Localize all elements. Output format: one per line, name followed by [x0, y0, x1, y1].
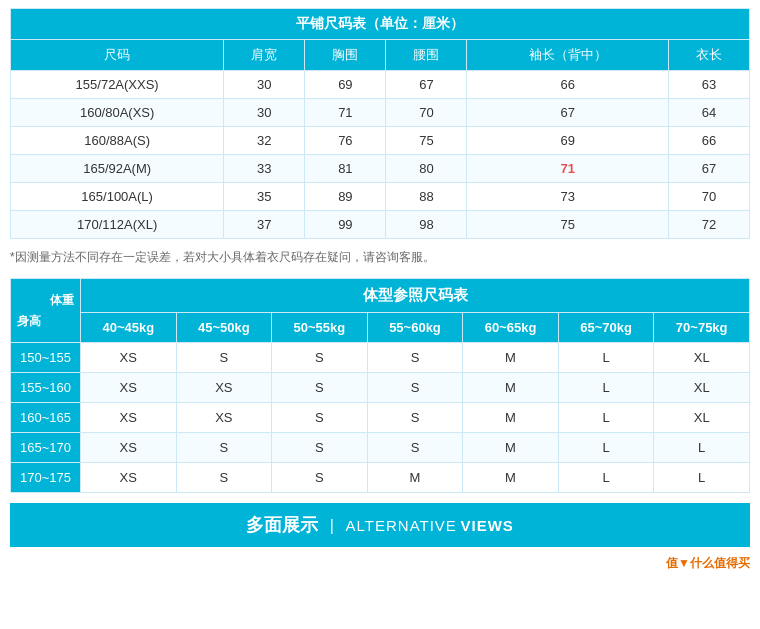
bt-weight-col: 45~50kg	[176, 313, 272, 343]
table-cell: 69	[467, 127, 668, 155]
weight-label: 体重	[15, 292, 76, 309]
table-cell: 98	[386, 211, 467, 239]
table-cell: L	[558, 343, 654, 373]
table-cell: XL	[654, 403, 750, 433]
body-type-section: 体重身高体型参照尺码表 40~45kg45~50kg50~55kg55~60kg…	[0, 274, 760, 499]
bt-weight-col: 50~55kg	[272, 313, 368, 343]
table-cell: 33	[224, 155, 305, 183]
table-cell: XL	[654, 373, 750, 403]
table-cell: XS	[81, 373, 177, 403]
table-cell: 66	[668, 127, 749, 155]
table-row: 165/92A(M)3381807167	[11, 155, 750, 183]
flat-table-body: 155/72A(XXS)3069676663160/80A(XS)3071706…	[11, 71, 750, 239]
site-logo: 值▼什么值得买	[666, 555, 750, 572]
table-cell: 88	[386, 183, 467, 211]
table-cell: 35	[224, 183, 305, 211]
table-cell: L	[558, 403, 654, 433]
bt-table-body: 150~155XSSSSMLXL155~160XSXSSSMLXL160~165…	[11, 343, 750, 493]
table-row: 160/80A(XS)3071706764	[11, 99, 750, 127]
footer-en-light: ALTERNATIVE	[346, 517, 457, 534]
table-cell: M	[463, 343, 559, 373]
table-cell: M	[463, 463, 559, 493]
table-cell: 76	[305, 127, 386, 155]
flat-col-header: 肩宽	[224, 40, 305, 71]
table-row: 155/72A(XXS)3069676663	[11, 71, 750, 99]
table-cell: L	[558, 463, 654, 493]
table-cell: XS	[176, 403, 272, 433]
table-cell: S	[272, 373, 368, 403]
table-cell: 30	[224, 71, 305, 99]
table-cell: S	[272, 343, 368, 373]
flat-size-table: 平铺尺码表（单位：厘米） 尺码肩宽胸围腰围袖长（背中）衣长 155/72A(XX…	[10, 8, 750, 239]
table-row: 170~175XSSSMMLL	[11, 463, 750, 493]
table-row: 165~170XSSSSMLL	[11, 433, 750, 463]
table-cell: XS	[81, 403, 177, 433]
table-cell: 66	[467, 71, 668, 99]
bt-weight-col: 70~75kg	[654, 313, 750, 343]
bt-height-label: 160~165	[11, 403, 81, 433]
table-cell: S	[272, 403, 368, 433]
table-cell: XS	[176, 373, 272, 403]
table-row: 160/88A(S)3276756966	[11, 127, 750, 155]
flat-table-title: 平铺尺码表（单位：厘米）	[11, 9, 750, 40]
table-cell: 170/112A(XL)	[11, 211, 224, 239]
table-cell: S	[367, 403, 463, 433]
bottom-bar: 值▼什么值得买	[0, 551, 760, 576]
flat-col-header: 腰围	[386, 40, 467, 71]
footer-zh: 多面展示	[246, 515, 318, 535]
table-cell: 165/100A(L)	[11, 183, 224, 211]
table-cell: L	[654, 433, 750, 463]
bt-corner: 体重身高	[11, 279, 81, 343]
bt-height-label: 155~160	[11, 373, 81, 403]
footer-banner: 多面展示 | ALTERNATIVE VIEWS	[10, 503, 750, 547]
table-cell: 67	[668, 155, 749, 183]
table-cell: 89	[305, 183, 386, 211]
table-cell: L	[558, 373, 654, 403]
table-cell: L	[654, 463, 750, 493]
footnote: *因测量方法不同存在一定误差，若对大小具体着衣尺码存在疑问，请咨询客服。	[0, 243, 760, 274]
table-cell: XS	[81, 343, 177, 373]
table-cell: 80	[386, 155, 467, 183]
table-cell: 64	[668, 99, 749, 127]
flat-size-section: 平铺尺码表（单位：厘米） 尺码肩宽胸围腰围袖长（背中）衣长 155/72A(XX…	[0, 0, 760, 243]
table-row: 170/112A(XL)3799987572	[11, 211, 750, 239]
bt-weight-col: 40~45kg	[81, 313, 177, 343]
table-row: 165/100A(L)3589887370	[11, 183, 750, 211]
table-cell: XL	[654, 343, 750, 373]
table-cell: S	[272, 463, 368, 493]
table-row: 160~165XSXSSSMLXL	[11, 403, 750, 433]
table-cell: 69	[305, 71, 386, 99]
footer-en-bold: VIEWS	[461, 517, 514, 534]
flat-col-header: 胸围	[305, 40, 386, 71]
table-row: 150~155XSSSSMLXL	[11, 343, 750, 373]
flat-header-row: 尺码肩宽胸围腰围袖长（背中）衣长	[11, 40, 750, 71]
flat-col-header: 尺码	[11, 40, 224, 71]
table-cell: M	[463, 373, 559, 403]
flat-col-header: 衣长	[668, 40, 749, 71]
table-row: 155~160XSXSSSMLXL	[11, 373, 750, 403]
table-cell: 81	[305, 155, 386, 183]
flat-col-header: 袖长（背中）	[467, 40, 668, 71]
table-cell: M	[463, 433, 559, 463]
table-cell: XS	[81, 463, 177, 493]
table-cell: M	[367, 463, 463, 493]
bt-height-label: 150~155	[11, 343, 81, 373]
table-cell: 72	[668, 211, 749, 239]
bt-table-title: 体型参照尺码表	[81, 279, 750, 313]
table-cell: 70	[668, 183, 749, 211]
table-cell: L	[558, 433, 654, 463]
table-cell: 75	[386, 127, 467, 155]
table-cell: S	[367, 373, 463, 403]
body-type-table: 体重身高体型参照尺码表 40~45kg45~50kg50~55kg55~60kg…	[10, 278, 750, 493]
table-cell: 67	[467, 99, 668, 127]
table-cell: 165/92A(M)	[11, 155, 224, 183]
height-label: 身高	[15, 313, 76, 330]
table-cell: S	[176, 343, 272, 373]
table-cell: S	[272, 433, 368, 463]
table-cell: 71	[305, 99, 386, 127]
table-cell: 70	[386, 99, 467, 127]
footer-sep: |	[330, 517, 334, 534]
table-cell: 30	[224, 99, 305, 127]
table-cell: XS	[81, 433, 177, 463]
bt-weight-col: 60~65kg	[463, 313, 559, 343]
